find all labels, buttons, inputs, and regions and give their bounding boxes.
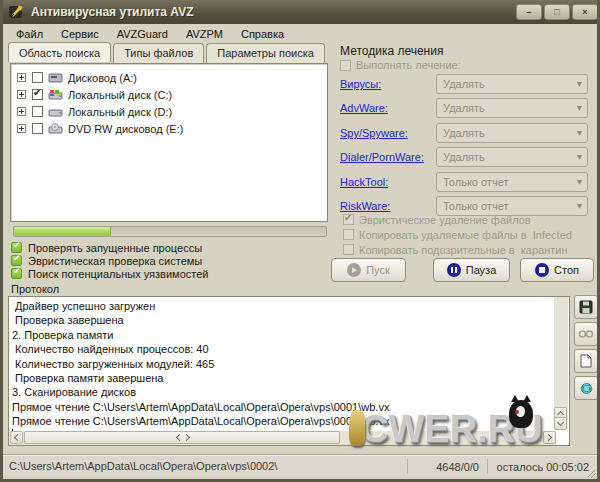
cat-mascot: [499, 398, 533, 428]
hacktool-link[interactable]: HackTool:: [340, 176, 388, 188]
option-check-processes[interactable]: Проверять запущенные процессы: [11, 241, 202, 254]
drive-e-checkbox[interactable]: [32, 123, 43, 134]
spyware-link[interactable]: Spy/Spyware:: [340, 127, 408, 139]
option-label: Поиск потенциальных уязвимостей: [28, 268, 208, 280]
pause-button-label: Пауза: [466, 264, 497, 276]
maximize-button[interactable]: □: [544, 4, 570, 20]
option-vulnerability-search[interactable]: Поиск потенциальных уязвимостей: [11, 267, 208, 280]
globe-icon: [579, 381, 594, 396]
log-text: Драйвер успешно загружен Проверка заверш…: [12, 299, 389, 429]
scroll-right-button[interactable]: [543, 431, 556, 444]
option-heuristic-removal[interactable]: Эвристическое удаление файлов: [343, 213, 531, 226]
hacktool-action-select[interactable]: Только отчет: [436, 172, 588, 192]
binoculars-icon: [578, 329, 594, 339]
tree-row-drive-c[interactable]: Локальный диск (C:): [11, 86, 327, 103]
tab-strip: Область поиска Типы файлов Параметры пои…: [8, 43, 327, 63]
gold-mascot: [349, 410, 365, 446]
clear-log-button[interactable]: [574, 349, 598, 373]
option-heuristic-check[interactable]: Эвристическая проверка системы: [11, 254, 202, 267]
tree-row-drive-d[interactable]: Локальный диск (D:): [11, 103, 327, 120]
menu-avzpm[interactable]: AVZPM: [177, 26, 232, 42]
menu-service[interactable]: Сервис: [52, 26, 108, 42]
dvd-drive-icon: [48, 123, 63, 135]
advware-action-select[interactable]: Удалять: [436, 98, 588, 118]
treatment-row-spyware: Spy/Spyware: Удалять: [335, 123, 593, 143]
option-label: Эвристическое удаление файлов: [359, 214, 531, 226]
expand-icon[interactable]: [17, 107, 26, 116]
green-checkbox-icon[interactable]: [11, 242, 22, 253]
title-bar[interactable]: Антивирусная утилита AVZ – □ ×: [3, 0, 600, 24]
spyware-action-select[interactable]: Удалять: [436, 123, 588, 143]
option-copy-to-quarantine[interactable]: Копировать подозрительные в карантин: [343, 243, 568, 256]
window-title: Антивирусная утилита AVZ: [31, 5, 514, 19]
perform-treatment-checkbox[interactable]: [340, 60, 351, 71]
new-document-icon: [580, 354, 592, 368]
drive-d-checkbox[interactable]: [32, 106, 43, 117]
drive-a-checkbox[interactable]: [32, 72, 43, 83]
vertical-scrollbar[interactable]: [554, 297, 568, 430]
menu-file[interactable]: Файл: [7, 26, 52, 42]
tree-row-drive-e[interactable]: DVD RW дисковод (E:): [11, 120, 327, 137]
green-checkbox-icon[interactable]: [11, 255, 22, 266]
protocol-title: Протокол: [11, 283, 59, 295]
expand-icon[interactable]: [17, 124, 26, 133]
menu-help[interactable]: Справка: [232, 26, 293, 42]
minimize-button[interactable]: –: [516, 4, 542, 20]
hard-disk-icon: [48, 106, 63, 118]
scroll-down-button[interactable]: [554, 417, 567, 430]
stop-icon: [535, 263, 549, 277]
drive-c-checkbox[interactable]: [32, 89, 43, 100]
expand-icon[interactable]: [17, 73, 26, 82]
pause-icon: [447, 263, 461, 277]
menu-avzguard[interactable]: AVZGuard: [108, 26, 177, 42]
system-disk-icon: [48, 89, 63, 101]
start-button[interactable]: Пуск: [331, 258, 406, 282]
viruses-action-select[interactable]: Удалять: [436, 74, 588, 94]
treatment-row-advware: AdvWare: Удалять: [335, 98, 593, 118]
riskware-link[interactable]: RiskWare:: [340, 200, 390, 212]
status-time-remaining: осталось 00:05:02: [487, 459, 597, 474]
tree-item-label: Локальный диск (D:): [68, 106, 172, 118]
menu-bar: Файл Сервис AVZGuard AVZPM Справка: [3, 24, 600, 43]
close-button[interactable]: ×: [572, 4, 598, 20]
heuristic-removal-checkbox[interactable]: [343, 214, 354, 225]
expand-icon[interactable]: [17, 90, 26, 99]
scrollbar-thumb[interactable]: [24, 431, 340, 444]
option-label: Копировать удаляемые файлы в Infected: [359, 229, 572, 241]
pause-button[interactable]: Пауза: [433, 258, 510, 282]
copy-quarantine-checkbox[interactable]: [343, 244, 354, 255]
start-button-label: Пуск: [366, 264, 390, 276]
treatment-row-hacktool: HackTool: Только отчет: [335, 172, 593, 192]
tree-row-drive-a[interactable]: Дисковод (A:): [11, 69, 327, 86]
option-label: Эвристическая проверка системы: [28, 255, 202, 267]
viruses-link[interactable]: Вирусы:: [340, 78, 381, 90]
perform-treatment-label: Выполнять лечение:: [356, 59, 461, 71]
dialer-action-select[interactable]: Удалять: [436, 147, 588, 167]
scan-progress-bar: [13, 226, 327, 237]
web-update-button[interactable]: [574, 376, 598, 400]
tab-file-types[interactable]: Типы файлов: [113, 43, 204, 63]
status-counter: 4648/0/0: [407, 459, 487, 474]
copy-infected-checkbox[interactable]: [343, 229, 354, 240]
perform-treatment-checkbox-row[interactable]: Выполнять лечение:: [340, 59, 461, 71]
stop-button[interactable]: Стоп: [520, 258, 594, 282]
status-current-path: C:\Users\Artem\AppData\Local\Opera\Opera…: [3, 460, 407, 472]
advware-link[interactable]: AdvWare:: [340, 102, 388, 114]
search-log-button[interactable]: [574, 322, 598, 346]
option-copy-to-infected[interactable]: Копировать удаляемые файлы в Infected: [343, 228, 572, 241]
tree-item-label: Дисковод (A:): [68, 72, 137, 84]
tab-search-area[interactable]: Область поиска: [8, 42, 111, 62]
tab-search-params[interactable]: Параметры поиска: [206, 43, 325, 63]
scroll-left-button[interactable]: [10, 431, 23, 444]
progress-fill: [14, 227, 111, 236]
status-bar: C:\Users\Artem\AppData\Local\Opera\Opera…: [3, 455, 597, 476]
save-log-button[interactable]: [574, 295, 598, 319]
dialer-link[interactable]: Dialer/PornWare:: [340, 151, 424, 163]
treatment-row-dialer: Dialer/PornWare: Удалять: [335, 147, 593, 167]
play-icon: [347, 263, 361, 277]
resize-grip[interactable]: [588, 470, 596, 478]
tree-item-label: Локальный диск (C:): [68, 89, 172, 101]
green-checkbox-icon[interactable]: [11, 268, 22, 279]
app-icon: [8, 4, 24, 20]
drive-tree: Дисковод (A:) Локальный диск (C:) Локаль: [10, 63, 328, 222]
